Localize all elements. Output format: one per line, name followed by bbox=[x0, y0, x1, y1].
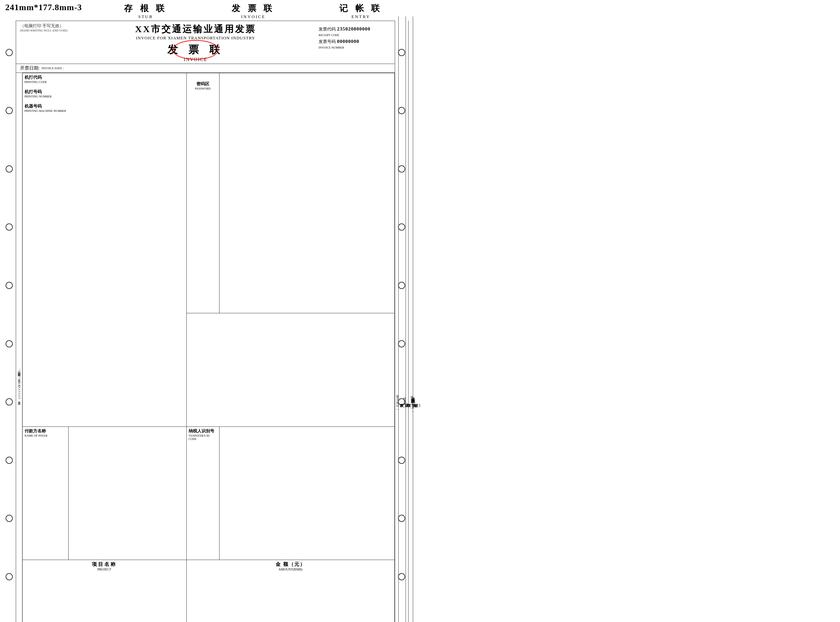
password-label-cell: 密码区 PASSWORD bbox=[186, 73, 219, 313]
printing-code-label-cell: 机打代码 PRINTING CODE 机打号码 PRINTING NUMBER … bbox=[22, 73, 68, 427]
far-right-copies: 第二联 发票联 （INVOICE） 第一联 存根联 （STUB） 第三联 记帐联… bbox=[398, 17, 420, 622]
payer-value-cell bbox=[68, 427, 186, 560]
project-header-row: 项目名称 PROJECT 金 额（元） AMOUNT(RMB) bbox=[17, 559, 395, 622]
main-wrapper: （电脑打印 手写无效） (HAND WRITING NULL AND VOID)… bbox=[0, 21, 420, 622]
top-center-labels: 存 根 联 STUB 发 票 联 INVOICE 记 帐 联 ENTRY bbox=[82, 3, 415, 19]
amount-cn: 金 额（元） bbox=[189, 561, 393, 567]
circle-left-9 bbox=[6, 515, 13, 522]
password-label: 密码区 PASSWORD bbox=[189, 81, 217, 90]
project-header-cell: 项目名称 PROJECT bbox=[22, 559, 186, 622]
amount-label: 金 额（元） AMOUNT(RMB) bbox=[189, 561, 393, 571]
invoice-number-row: 发票号码 00000000 bbox=[319, 39, 391, 44]
copy-1-en: （INVOICE） bbox=[395, 395, 399, 407]
amount-en: AMOUNT(RMB) bbox=[189, 567, 393, 571]
invoice-box: （电脑打印 手写无效） (HAND WRITING NULL AND VOID)… bbox=[16, 21, 395, 622]
handwriting-cn: （电脑打印 手写无效） bbox=[20, 23, 73, 29]
entry-en: ENTRY bbox=[351, 14, 370, 19]
invoice-number-label-en: INVOICE NUMBER bbox=[319, 46, 391, 49]
invoice-title-en: INVOICE FOR XIAMEN TRANSPORTATION INDUST… bbox=[73, 35, 319, 41]
stub-en: STUB bbox=[138, 14, 153, 19]
invoice-cn: 发 票 联 bbox=[232, 3, 274, 14]
invoice-label: 发 票 联 INVOICE bbox=[232, 3, 274, 19]
amount-header-cell: 金 额（元） AMOUNT(RMB) bbox=[186, 559, 395, 622]
fapiao-en: INVOICE bbox=[73, 57, 319, 63]
main-table: 闽门*闽交通运输通令第2006年*第XX号XXXXXXXX发票盖 机打代码 PR… bbox=[16, 73, 395, 622]
project-en: PROJECT bbox=[24, 567, 184, 571]
circle-left-10 bbox=[6, 573, 13, 580]
receipt-code-row: 发票代码 235020800000 bbox=[319, 26, 391, 32]
project-cn: 项目名称 bbox=[24, 561, 184, 567]
receipt-code-value: 235020800000 bbox=[337, 26, 370, 32]
payer-label-cell: 付款方名称 NAME OF PAYER bbox=[22, 427, 68, 560]
circle-left-6 bbox=[6, 340, 13, 348]
left-vertical-cell: 闽门*闽交通运输通令第2006年*第XX号XXXXXXXX发票盖 bbox=[17, 73, 23, 622]
fapiao-cn: 发 票 联 bbox=[73, 43, 319, 57]
circle-left-5 bbox=[6, 282, 13, 289]
invoice-number-value: 00000000 bbox=[337, 39, 359, 44]
left-vertical-text: 闽门*闽交通运输通令第2006年*第XX号XXXXXXXX发票盖 bbox=[17, 73, 22, 622]
stub-cn: 存 根 联 bbox=[124, 3, 167, 14]
circle-left-4 bbox=[6, 223, 13, 231]
paper-size-label: 241mm*177.8mm-3 bbox=[5, 3, 82, 12]
circle-left-7 bbox=[6, 398, 13, 406]
entry-cn: 记 帐 联 bbox=[339, 3, 382, 14]
copy-3-label: 第三联 记帐联 （ENTRY） bbox=[413, 17, 420, 622]
copy-3-en: （ENTRY） bbox=[410, 396, 414, 406]
printing-number-label: 机打号码 PRINTING NUMBER bbox=[24, 89, 67, 98]
taxpayer-id-value-cell bbox=[219, 427, 395, 560]
password-empty-lower bbox=[186, 313, 395, 427]
circle-left-8 bbox=[6, 457, 13, 464]
payer-label: 付款方名称 NAME OF PAYER bbox=[24, 428, 66, 437]
fapiao-section: 发 票 联 INVOICE bbox=[73, 43, 319, 63]
circle-left-1 bbox=[6, 49, 13, 56]
entry-label: 记 帐 联 ENTRY bbox=[339, 3, 382, 19]
invoice-title-cn: XX市交通运输业通用发票 bbox=[73, 23, 319, 35]
copy-2-label: 第一联 存根联 （STUB） bbox=[406, 17, 413, 622]
copy-1-label: 第二联 发票联 （INVOICE） bbox=[398, 17, 406, 622]
top-header: 241mm*177.8mm-3 存 根 联 STUB 发 票 联 INVOICE… bbox=[0, 0, 420, 21]
copy-2-en: （STUB） bbox=[402, 397, 407, 405]
handwriting-notice: （电脑打印 手写无效） (HAND WRITING NULL AND VOID) bbox=[20, 23, 73, 32]
circle-left-2 bbox=[6, 107, 13, 114]
circle-left-3 bbox=[6, 165, 13, 172]
date-label-cn: 开票日期: bbox=[20, 65, 40, 71]
password-value-cell bbox=[219, 73, 395, 313]
machine-number-label: 机器号码 PRINTING MACHINE NUMBER bbox=[24, 103, 67, 113]
handwriting-en: (HAND WRITING NULL AND VOID) bbox=[20, 29, 73, 32]
invoice-inner-header: （电脑打印 手写无效） (HAND WRITING NULL AND VOID)… bbox=[16, 21, 395, 64]
printing-code-label: 机打代码 PRINTING CODE bbox=[24, 75, 67, 84]
taxpayer-id-label-cell: 纳税人识别号 TAXPAYER'S ID CODE bbox=[186, 427, 219, 560]
receipt-code-label-en: RECEIPT CODE bbox=[319, 34, 391, 37]
stub-label: 存 根 联 STUB bbox=[124, 3, 167, 19]
project-label: 项目名称 PROJECT bbox=[24, 561, 184, 571]
printing-code-value-cell bbox=[68, 73, 186, 427]
date-label-en: INVOICE DATE： bbox=[42, 66, 65, 70]
invoice-number-label-cn: 发票号码 bbox=[319, 39, 336, 44]
invoice-en: INVOICE bbox=[241, 14, 265, 19]
receipt-code-section: 发票代码 235020800000 RECEIPT CODE 发票号码 0000… bbox=[319, 23, 391, 49]
date-row: 开票日期: INVOICE DATE： bbox=[16, 64, 395, 73]
circles-left bbox=[3, 21, 16, 622]
payer-row: 付款方名称 NAME OF PAYER 纳税人识别号 TAXPAYER'S ID… bbox=[17, 427, 395, 560]
taxpayer-id-label: 纳税人识别号 TAXPAYER'S ID CODE bbox=[189, 428, 217, 441]
invoice-title-section: XX市交通运输业通用发票 INVOICE FOR XIAMEN TRANSPOR… bbox=[73, 23, 319, 63]
receipt-code-label-cn: 发票代码 bbox=[319, 26, 336, 32]
